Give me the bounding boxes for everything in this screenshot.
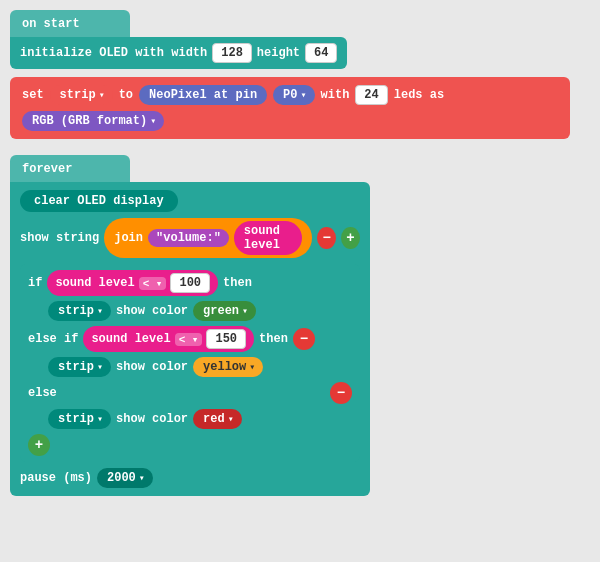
strip-color-row-3: strip show color red: [48, 409, 352, 429]
pause-label: pause (ms): [20, 471, 92, 485]
plus-btn-join[interactable]: +: [341, 227, 360, 249]
pause-row: pause (ms) 2000: [20, 468, 360, 488]
set-block: set strip to NeoPixel at pin P0 with 24 …: [10, 77, 570, 139]
show-color-label-1: show color: [116, 304, 188, 318]
initialize-label: initialize OLED with width: [20, 46, 207, 60]
leds-value[interactable]: 24: [355, 85, 387, 105]
main-container: on start initialize OLED with width 128 …: [10, 10, 590, 496]
clear-oled-row: clear OLED display: [20, 190, 360, 212]
set-label: set: [22, 88, 44, 102]
on-start-header: on start: [10, 10, 130, 37]
else-row: else −: [28, 382, 352, 404]
leds-label: leds as: [394, 88, 444, 102]
neopixel-label: NeoPixel at pin: [149, 88, 257, 102]
show-color-label-2: show color: [116, 360, 188, 374]
forever-label: forever: [22, 162, 72, 176]
forever-section: forever clear OLED display show string j…: [10, 155, 370, 496]
if-row: if sound level < ▾ 100 then: [28, 270, 352, 296]
add-condition-row: +: [28, 434, 352, 456]
width-value[interactable]: 128: [212, 43, 252, 63]
show-string-label: show string: [20, 231, 99, 245]
sound-level-2[interactable]: sound level: [55, 276, 134, 290]
clear-oled-button[interactable]: clear OLED display: [20, 190, 178, 212]
minus-btn-else[interactable]: −: [330, 382, 352, 404]
compare-block-2: sound level < ▾ 150: [83, 326, 254, 352]
if-label: if: [28, 276, 42, 290]
sound-level-pill-1[interactable]: sound level: [234, 221, 302, 255]
color-dropdown-yellow[interactable]: yellow: [193, 357, 263, 377]
sound-level-3[interactable]: sound level: [91, 332, 170, 346]
add-condition-btn[interactable]: +: [28, 434, 50, 456]
then-label-1: then: [223, 276, 252, 290]
pause-dropdown[interactable]: 2000: [97, 468, 153, 488]
compare-op-1[interactable]: < ▾: [139, 277, 167, 290]
minus-btn-join[interactable]: −: [317, 227, 336, 249]
volume-string[interactable]: "volume:": [148, 229, 229, 247]
format-dropdown[interactable]: RGB (GRB format): [22, 111, 164, 131]
show-color-label-3: show color: [116, 412, 188, 426]
forever-body: clear OLED display show string join "vol…: [10, 182, 370, 496]
join-block: join "volume:" sound level: [104, 218, 312, 258]
strip-color-row-2: strip show color yellow: [48, 357, 352, 377]
threshold-2[interactable]: 150: [206, 329, 246, 349]
strip-color-row-1: strip show color green: [48, 301, 352, 321]
height-value[interactable]: 64: [305, 43, 337, 63]
else-if-row: else if sound level < ▾ 150 then −: [28, 326, 352, 352]
minus-btn-else-if[interactable]: −: [293, 328, 315, 350]
compare-block-1: sound level < ▾ 100: [47, 270, 218, 296]
pin-dropdown[interactable]: P0: [273, 85, 314, 105]
color-dropdown-green[interactable]: green: [193, 301, 256, 321]
initialize-block: initialize OLED with width 128 height 64: [10, 37, 347, 69]
on-start-section: on start initialize OLED with width 128 …: [10, 10, 570, 139]
strip-dropdown-2[interactable]: strip: [48, 357, 111, 377]
to-label: to: [119, 88, 133, 102]
color-dropdown-red[interactable]: red: [193, 409, 242, 429]
strip-dropdown[interactable]: strip: [50, 85, 113, 105]
height-label: height: [257, 46, 300, 60]
show-string-row: show string join "volume:" sound level −…: [20, 218, 360, 258]
neopixel-block: NeoPixel at pin: [139, 85, 267, 105]
else-label: else: [28, 386, 57, 400]
then-label-2: then: [259, 332, 288, 346]
strip-dropdown-1[interactable]: strip: [48, 301, 111, 321]
if-block: if sound level < ▾ 100 then strip show c…: [20, 264, 360, 462]
else-if-label: else if: [28, 332, 78, 346]
forever-header: forever: [10, 155, 130, 182]
with-label: with: [321, 88, 350, 102]
on-start-label: on start: [22, 17, 80, 31]
threshold-1[interactable]: 100: [170, 273, 210, 293]
strip-dropdown-3[interactable]: strip: [48, 409, 111, 429]
join-label: join: [114, 231, 143, 245]
compare-op-2[interactable]: < ▾: [175, 333, 203, 346]
